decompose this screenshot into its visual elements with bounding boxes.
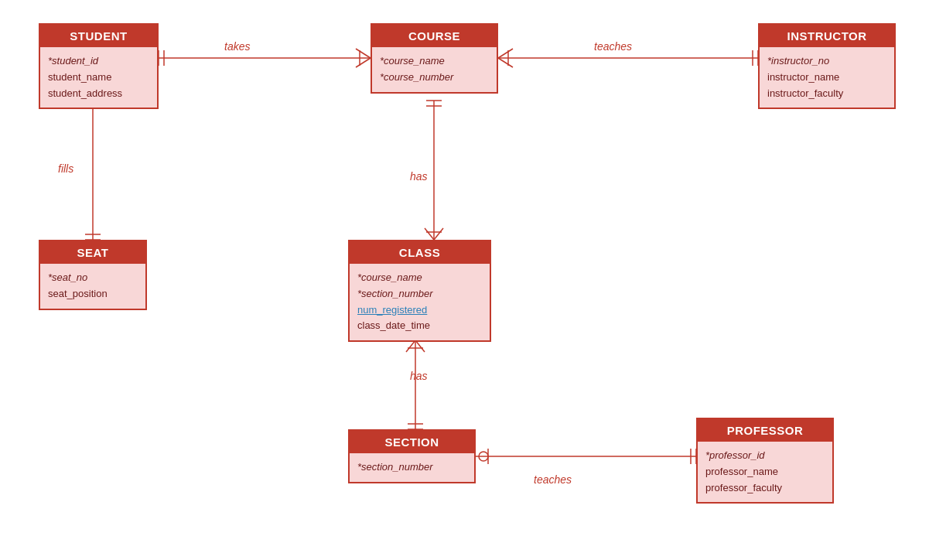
field-instructor-faculty: instructor_faculty: [767, 86, 886, 102]
field-professor-name: professor_name: [705, 464, 825, 480]
svg-line-24: [406, 340, 415, 352]
entity-professor-body: *professor_id professor_name professor_f…: [698, 442, 832, 502]
label-teaches-professor: teaches: [534, 473, 572, 486]
entity-instructor-body: *instructor_no instructor_name instructo…: [760, 47, 894, 108]
svg-line-25: [415, 340, 425, 352]
entity-course-header: COURSE: [372, 25, 497, 47]
entity-professor-header: PROFESSOR: [698, 419, 832, 442]
svg-line-4: [356, 58, 371, 67]
svg-point-30: [479, 452, 488, 461]
entity-class: CLASS *course_name *section_number num_r…: [348, 240, 491, 342]
field-class-section-number: *section_number: [357, 286, 482, 302]
entity-course: COURSE *course_name *course_number: [371, 23, 498, 94]
field-class-date-time: class_date_time: [357, 318, 482, 334]
entity-section: SECTION *section_number: [348, 429, 476, 483]
label-fills: fills: [58, 162, 73, 175]
svg-line-7: [498, 49, 513, 58]
entity-course-body: *course_name *course_number: [372, 47, 497, 92]
entity-student-header: STUDENT: [40, 25, 157, 47]
entity-student-body: *student_id student_name student_address: [40, 47, 157, 108]
label-has-section: has: [410, 370, 428, 382]
svg-line-3: [356, 49, 371, 58]
field-course-number: *course_number: [380, 70, 489, 86]
label-takes: takes: [224, 40, 250, 53]
label-has-class: has: [410, 170, 428, 183]
field-professor-id: *professor_id: [705, 448, 825, 464]
field-student-id: *student_id: [48, 53, 149, 70]
entity-class-header: CLASS: [350, 241, 490, 264]
field-student-name: student_name: [48, 70, 149, 86]
entity-section-header: SECTION: [350, 431, 474, 453]
field-course-name: *course_name: [380, 53, 489, 70]
entity-instructor-header: INSTRUCTOR: [760, 25, 894, 47]
entity-section-body: *section_number: [350, 453, 474, 482]
field-professor-faculty: professor_faculty: [705, 480, 825, 497]
entity-class-body: *course_name *section_number num_registe…: [350, 264, 490, 340]
diagram-container: STUDENT *student_id student_name student…: [0, 0, 929, 560]
field-class-course-name: *course_name: [357, 270, 482, 286]
entity-seat-header: SEAT: [40, 241, 145, 264]
field-seat-no: *seat_no: [48, 270, 138, 286]
field-instructor-no: *instructor_no: [767, 53, 886, 70]
field-instructor-name: instructor_name: [767, 70, 886, 86]
svg-line-21: [434, 228, 443, 240]
field-class-num-registered: num_registered: [357, 302, 482, 319]
field-seat-position: seat_position: [48, 286, 138, 302]
entity-professor: PROFESSOR *professor_id professor_name p…: [696, 418, 834, 504]
svg-line-20: [425, 228, 434, 240]
entity-seat-body: *seat_no seat_position: [40, 264, 145, 309]
label-teaches-instructor: teaches: [594, 40, 632, 53]
field-student-address: student_address: [48, 86, 149, 102]
svg-line-8: [498, 58, 513, 67]
entity-instructor: INSTRUCTOR *instructor_no instructor_nam…: [758, 23, 896, 109]
entity-seat: SEAT *seat_no seat_position: [39, 240, 147, 310]
field-section-number: *section_number: [357, 459, 466, 476]
entity-student: STUDENT *student_id student_name student…: [39, 23, 159, 109]
